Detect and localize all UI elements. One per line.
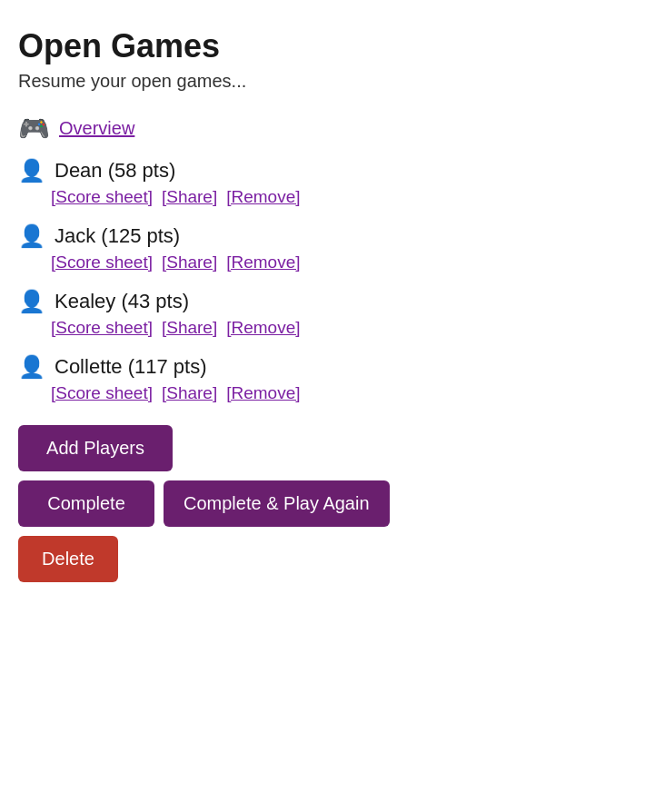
page-subtitle: Resume your open games... — [18, 71, 627, 92]
person-icon: 👤 — [18, 158, 45, 183]
share-link[interactable]: [Share] — [162, 253, 217, 272]
buttons-section: Add Players Complete Complete & Play Aga… — [18, 425, 627, 582]
player-name: Dean (58 pts) — [55, 159, 175, 183]
player-row: 👤Jack (125 pts) — [18, 223, 627, 249]
person-icon: 👤 — [18, 289, 45, 314]
score-sheet-link[interactable]: [Score sheet] — [51, 187, 153, 207]
person-icon: 👤 — [18, 223, 45, 249]
player-name: Kealey (43 pts) — [55, 290, 189, 313]
share-link[interactable]: [Share] — [162, 318, 217, 338]
remove-link[interactable]: [Remove] — [226, 187, 300, 207]
overview-row: 🎮 Overview — [18, 114, 627, 144]
player-item: 👤Jack (125 pts)[Score sheet][Share][Remo… — [18, 223, 627, 272]
player-actions: [Score sheet][Share][Remove] — [18, 253, 627, 272]
remove-link[interactable]: [Remove] — [226, 383, 300, 403]
player-actions: [Score sheet][Share][Remove] — [18, 187, 627, 207]
person-icon: 👤 — [18, 354, 45, 380]
complete-play-again-button[interactable]: Complete & Play Again — [164, 480, 390, 527]
complete-button[interactable]: Complete — [18, 480, 154, 527]
gamepad-icon: 🎮 — [18, 114, 50, 144]
player-row: 👤Dean (58 pts) — [18, 158, 627, 183]
score-sheet-link[interactable]: [Score sheet] — [51, 383, 153, 403]
remove-link[interactable]: [Remove] — [226, 253, 300, 272]
player-item: 👤Collette (117 pts)[Score sheet][Share][… — [18, 354, 627, 403]
player-actions: [Score sheet][Share][Remove] — [18, 383, 627, 403]
players-list: 👤Dean (58 pts)[Score sheet][Share][Remov… — [18, 158, 627, 403]
add-players-button[interactable]: Add Players — [18, 425, 173, 471]
overview-link[interactable]: Overview — [59, 118, 134, 139]
action-buttons-row: Complete Complete & Play Again — [18, 480, 390, 527]
player-name: Collette (117 pts) — [55, 355, 207, 379]
player-actions: [Score sheet][Share][Remove] — [18, 318, 627, 338]
player-row: 👤Collette (117 pts) — [18, 354, 627, 380]
score-sheet-link[interactable]: [Score sheet] — [51, 318, 153, 338]
remove-link[interactable]: [Remove] — [226, 318, 300, 338]
player-item: 👤Dean (58 pts)[Score sheet][Share][Remov… — [18, 158, 627, 207]
player-name: Jack (125 pts) — [55, 224, 180, 248]
share-link[interactable]: [Share] — [162, 187, 217, 207]
delete-button[interactable]: Delete — [18, 536, 118, 582]
page-title: Open Games — [18, 27, 627, 65]
share-link[interactable]: [Share] — [162, 383, 217, 403]
score-sheet-link[interactable]: [Score sheet] — [51, 253, 153, 272]
player-row: 👤Kealey (43 pts) — [18, 289, 627, 314]
player-item: 👤Kealey (43 pts)[Score sheet][Share][Rem… — [18, 289, 627, 338]
